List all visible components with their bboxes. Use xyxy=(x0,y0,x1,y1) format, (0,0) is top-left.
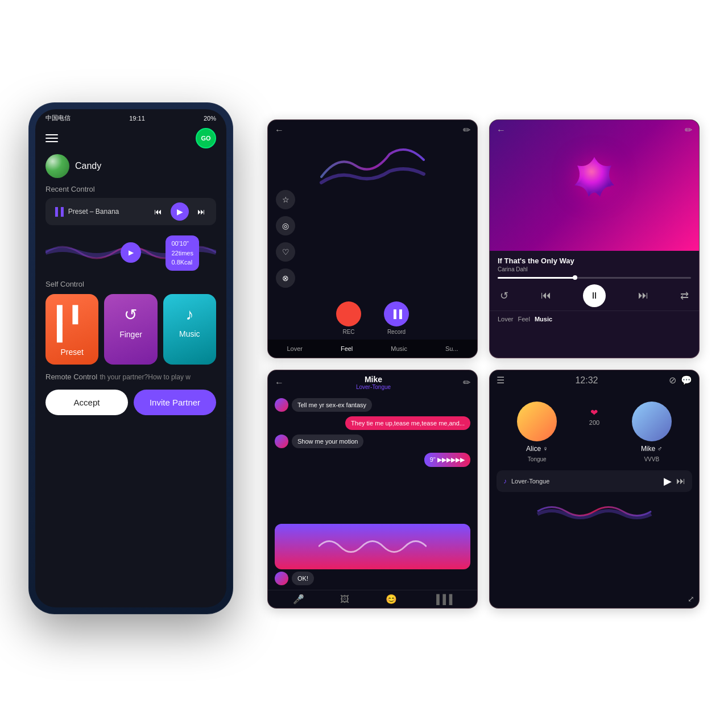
card3-back-icon[interactable]: ← xyxy=(275,378,284,387)
ok-area: OK! xyxy=(268,572,477,590)
tab-su[interactable]: Su... xyxy=(442,344,462,353)
card4-wave-area xyxy=(497,494,692,528)
chat-partner-name: Mike xyxy=(356,375,391,384)
chat-subtitle: Lover-Tongue xyxy=(356,384,391,390)
heart-icon: ❤ xyxy=(590,407,598,418)
tab-feel[interactable]: Feel xyxy=(337,344,356,353)
c2-tab-feel[interactable]: Feel xyxy=(518,316,530,322)
loop-btn[interactable]: ↺ xyxy=(500,289,508,302)
finger-label: Finger xyxy=(119,330,142,339)
record-label: Record xyxy=(387,329,406,335)
screen-card-chat: ← Mike Lover-Tongue ✏ Tell me yr sex-ex … xyxy=(267,370,478,609)
image-icon[interactable]: 🖼 xyxy=(340,594,349,605)
menu-button[interactable] xyxy=(46,134,58,142)
heart-count: 200 xyxy=(589,419,599,426)
star-action-btn[interactable]: ☆ xyxy=(276,190,295,209)
progress-dot xyxy=(573,275,577,280)
card4-time: 12:32 xyxy=(575,375,598,386)
tab-music[interactable]: Music xyxy=(387,344,411,353)
mike-sub: VVVB xyxy=(644,456,659,462)
card3-edit-icon[interactable]: ✏ xyxy=(463,377,470,388)
card2-header: ← ✏ xyxy=(490,120,699,140)
play-button[interactable]: ▶ xyxy=(171,202,189,221)
chat-bottom-bar: 🎤 🖼 😊 ▐▐▐ xyxy=(268,590,477,608)
time-text: 19:11 xyxy=(129,115,145,122)
screen-card-feel: ← ✏ ☆ ◎ ♡ ⊗ xyxy=(267,119,478,358)
waveform-play-circle[interactable]: ▶ xyxy=(121,242,141,263)
player-play-btn[interactable]: ⏸ xyxy=(583,284,606,307)
card1-edit-icon[interactable]: ✏ xyxy=(463,125,470,135)
go-button[interactable]: GO xyxy=(196,128,216,148)
record-button[interactable]: ▐▐ xyxy=(384,301,409,326)
vibrate-icon[interactable]: ▐▐▐ xyxy=(433,594,452,605)
card1-back-icon[interactable]: ← xyxy=(275,125,284,135)
finger-card[interactable]: ↺ Finger xyxy=(104,294,157,365)
song-name: Lover-Tongue xyxy=(511,478,659,485)
card4-song-bar: ♪ Lover-Tongue ▶ ⏭ xyxy=(497,470,692,492)
star-graphic xyxy=(557,148,631,222)
partner-alice: Alice ♀ Tongue xyxy=(517,402,557,462)
screen-card-partner: ☰ 12:32 ⊘ 💬 Alice ♀ Tongue ❤ 200 xyxy=(489,370,700,609)
bottom-buttons: Accept Invite Partner xyxy=(35,390,226,415)
card2-tab-bar: Lover Feel Music xyxy=(490,311,699,327)
progress-bar[interactable] xyxy=(498,277,691,279)
rec-button[interactable] xyxy=(336,301,361,326)
remote-label: Remote Control xyxy=(46,373,97,381)
card2-info: If That's the Only Way Carina Dahl ↺ ⏮ ⏸… xyxy=(490,251,699,311)
progress-fill xyxy=(498,277,575,279)
track-name: Preset – Banana xyxy=(68,208,146,216)
card2-back-icon[interactable]: ← xyxy=(497,125,506,135)
next-button[interactable]: ⏭ xyxy=(193,204,209,220)
msg-bubble-1: Tell me yr sex-ex fantasy xyxy=(292,398,372,412)
prev-button[interactable]: ⏮ xyxy=(150,204,166,220)
msg-bubble-2: They tie me up,tease me,tease me,and... xyxy=(345,416,470,430)
fullscreen-icon[interactable]: ⤢ xyxy=(688,594,694,603)
msg-bubble-4: 9'' ▶▶▶▶▶▶ xyxy=(424,453,470,467)
music-bar-icon: ▐▐ xyxy=(52,207,64,216)
card4-notification-icon[interactable]: 💬 xyxy=(681,375,692,386)
tab-lover[interactable]: Lover xyxy=(283,344,306,353)
rec-record-row: REC ▐▐ Record xyxy=(268,301,477,335)
emoji-icon[interactable]: 😊 xyxy=(386,594,397,605)
screen-card-music: ← ✏ If That's the Only xyxy=(489,119,700,358)
rec-label: REC xyxy=(342,329,354,335)
mic-icon[interactable]: 🎤 xyxy=(293,594,304,605)
player-next-btn[interactable]: ⏭ xyxy=(638,289,648,301)
card1-wave-svg xyxy=(316,137,429,194)
remote-text: th your partner?How to play w xyxy=(100,373,191,381)
screenshots-grid: ← ✏ ☆ ◎ ♡ ⊗ xyxy=(267,119,700,609)
track-artist: Carina Dahl xyxy=(498,266,691,272)
accept-button[interactable]: Accept xyxy=(46,390,128,415)
card4-next-btn[interactable]: ⏭ xyxy=(676,476,685,486)
spiral-action-btn[interactable]: ◎ xyxy=(276,216,295,235)
app-header: GO xyxy=(35,125,226,154)
preset-card[interactable]: ▐ ▐ ▐ Preset xyxy=(46,294,98,365)
music-card-icon: ♪ xyxy=(185,305,193,324)
preset-label: Preset xyxy=(60,348,83,357)
close-action-btn[interactable]: ⊗ xyxy=(276,268,295,288)
chat-wave-svg xyxy=(318,530,427,564)
card4-menu-icon[interactable]: ☰ xyxy=(497,375,504,386)
music-card[interactable]: ♪ Music xyxy=(163,294,216,365)
user-name: Candy xyxy=(75,161,101,171)
track-title: If That's the Only Way xyxy=(498,257,691,265)
control-buttons-group: ▐ ▐ ▐ Preset ↺ Finger ♪ Music xyxy=(35,294,226,365)
chat-msg-3: Show me your motion xyxy=(275,435,470,448)
avatar xyxy=(46,154,69,178)
card4-play-btn[interactable]: ▶ xyxy=(664,475,672,487)
c2-tab-music[interactable]: Music xyxy=(535,316,552,322)
msg-bubble-3: Show me your motion xyxy=(292,435,363,448)
battery-text: 20% xyxy=(204,115,216,122)
card2-edit-icon[interactable]: ✏ xyxy=(685,125,692,135)
card4-share-icon[interactable]: ⊘ xyxy=(669,375,676,386)
prev-btn[interactable]: ⏮ xyxy=(541,289,551,301)
partner-avatars: Alice ♀ Tongue ❤ 200 Mike ♂ VVVB xyxy=(490,390,699,468)
rec-item: REC xyxy=(336,301,361,335)
times-stat: 22times xyxy=(171,249,193,258)
c2-tab-lover[interactable]: Lover xyxy=(498,316,514,322)
invite-partner-button[interactable]: Invite Partner xyxy=(134,390,216,415)
share-btn[interactable]: ⇄ xyxy=(680,289,689,302)
heart-action-btn[interactable]: ♡ xyxy=(276,242,295,262)
card4-header: ☰ 12:32 ⊘ 💬 xyxy=(490,370,699,390)
kcal-stat: 0.8Kcal xyxy=(171,258,193,267)
